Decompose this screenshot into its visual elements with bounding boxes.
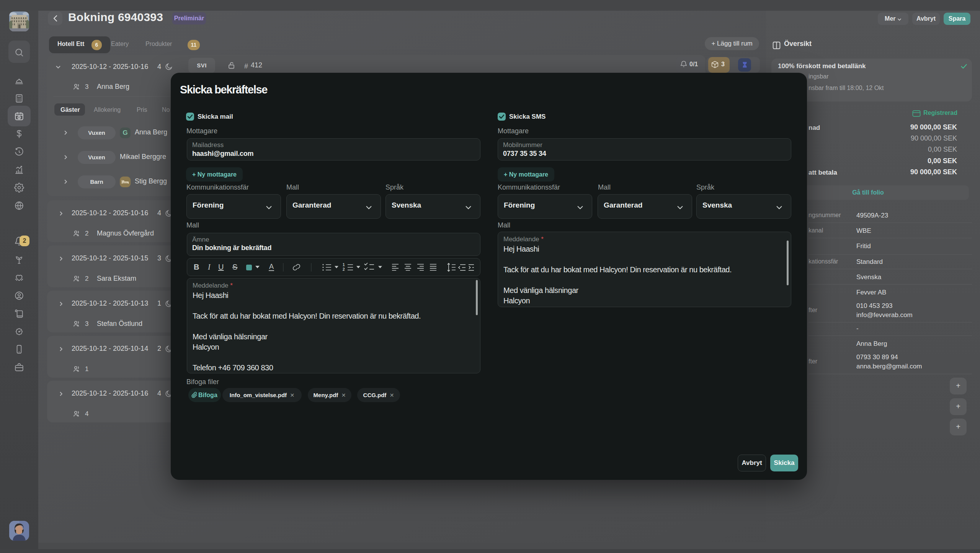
svg-text:1: 1 xyxy=(343,263,345,267)
svg-text:U: U xyxy=(218,263,224,271)
svg-text:2: 2 xyxy=(343,267,345,272)
svg-text:B: B xyxy=(194,263,199,271)
svg-text:A: A xyxy=(269,263,274,270)
svg-text:I: I xyxy=(207,263,211,271)
svg-text:S: S xyxy=(232,263,237,271)
